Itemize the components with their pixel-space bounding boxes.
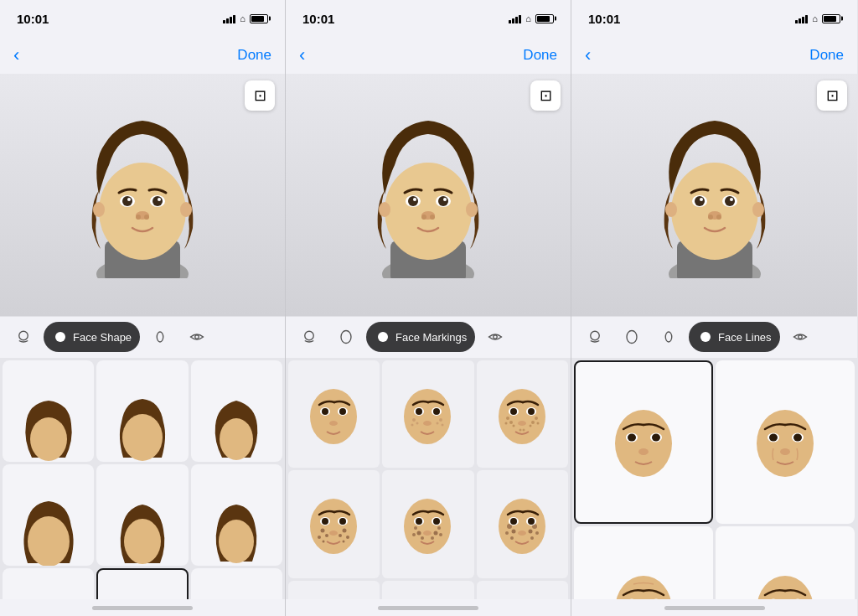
marking-option-5[interactable] <box>382 470 473 578</box>
cat-btn-face-lines-3[interactable]: Face Lines <box>689 322 780 352</box>
marking-option-7[interactable] <box>288 581 380 599</box>
face-shape-option-6[interactable] <box>191 464 282 566</box>
svg-point-155 <box>665 202 677 217</box>
svg-point-44 <box>341 331 351 344</box>
svg-point-71 <box>531 421 535 424</box>
ears-icon-3 <box>660 329 677 345</box>
svg-point-75 <box>522 428 525 431</box>
camera-button-2[interactable]: ⊡ <box>530 80 561 111</box>
svg-point-172 <box>793 434 802 442</box>
marking-option-6[interactable] <box>477 470 568 578</box>
face-shape-option-9[interactable] <box>191 568 282 599</box>
cat-btn-face-shape-1[interactable]: Face Shape <box>44 322 140 352</box>
face-markings-label-2: Face Markings <box>395 331 467 344</box>
face-lines-option-2[interactable] <box>716 360 855 524</box>
back-button-3[interactable]: ‹ <box>585 44 591 66</box>
panel-face-shape: 10:01 ⌂ ‹ Done ⊡ <box>0 0 286 616</box>
svg-point-170 <box>769 434 778 442</box>
cat-btn-face-markings-2[interactable]: Face Markings <box>366 322 475 352</box>
marking-option-1[interactable] <box>288 360 380 468</box>
face-lines-grid-3 <box>571 358 857 600</box>
svg-point-63 <box>433 408 440 415</box>
marking-option-8[interactable] <box>382 581 473 599</box>
svg-point-86 <box>343 529 347 533</box>
marking-option-9[interactable] <box>477 581 568 599</box>
marking-option-3[interactable] <box>477 360 568 468</box>
svg-point-11 <box>136 215 141 220</box>
svg-point-100 <box>437 526 441 530</box>
svg-point-16 <box>55 332 65 342</box>
face-shape-label-1: Face Shape <box>73 331 132 344</box>
svg-point-23 <box>124 519 161 564</box>
svg-point-69 <box>512 424 514 427</box>
cat-btn-head-tilt-3[interactable] <box>578 322 612 352</box>
marking-option-2[interactable] <box>382 360 473 468</box>
svg-point-94 <box>329 531 338 536</box>
back-button-2[interactable]: ‹ <box>299 44 305 66</box>
cat-btn-head-1[interactable] <box>7 322 40 352</box>
face-lines-option-4[interactable] <box>716 526 855 599</box>
svg-point-164 <box>628 434 636 442</box>
face-shape-option-8[interactable] <box>96 568 188 599</box>
cat-btn-ears-3[interactable] <box>652 322 685 352</box>
status-time-2: 10:01 <box>302 12 334 26</box>
status-icons-1: ⌂ <box>223 13 268 23</box>
cat-btn-eyes-1[interactable] <box>180 322 214 352</box>
done-button-1[interactable]: Done <box>237 47 271 64</box>
face-lines-label-3: Face Lines <box>718 331 772 344</box>
svg-point-68 <box>504 422 507 424</box>
svg-point-97 <box>417 531 421 536</box>
face-lines-option-3[interactable] <box>574 526 713 599</box>
cat-btn-ears-1[interactable] <box>143 322 177 352</box>
svg-point-122 <box>518 531 526 536</box>
marking-option-4[interactable] <box>288 470 380 578</box>
svg-point-41 <box>379 202 390 217</box>
svg-point-56 <box>411 423 414 426</box>
svg-point-93 <box>339 518 346 525</box>
options-grid-wrapper-3 <box>571 358 857 600</box>
svg-point-65 <box>499 389 545 444</box>
cat-btn-eyes-2[interactable] <box>478 322 512 352</box>
svg-point-153 <box>708 215 713 220</box>
face-shape-option-1[interactable] <box>3 360 94 462</box>
status-icons-3: ⌂ <box>795 13 840 23</box>
cat-btn-eyes-3[interactable] <box>783 322 817 352</box>
svg-point-55 <box>416 422 419 424</box>
svg-point-19 <box>30 417 67 461</box>
panel-face-lines: 10:01 ⌂ ‹ Done ⊡ <box>571 0 857 616</box>
svg-point-37 <box>443 198 447 201</box>
camera-button-3[interactable]: ⊡ <box>817 80 847 111</box>
svg-point-49 <box>322 408 328 415</box>
face-shape-option-3[interactable] <box>191 360 282 462</box>
battery-icon-1 <box>250 14 268 23</box>
svg-point-161 <box>798 335 802 339</box>
cat-btn-face-oval-2[interactable] <box>329 322 363 352</box>
svg-point-18 <box>195 335 199 339</box>
face-shape-option-5[interactable] <box>96 464 188 566</box>
cat-btn-head-2[interactable] <box>292 322 326 352</box>
wifi-icon-2: ⌂ <box>525 13 531 23</box>
back-button-1[interactable]: ‹ <box>13 44 19 66</box>
svg-point-98 <box>412 533 416 536</box>
camera-button-1[interactable]: ⊡ <box>245 80 275 111</box>
done-button-3[interactable]: Done <box>809 47 844 64</box>
battery-icon-2 <box>535 14 554 23</box>
svg-point-160 <box>700 332 711 342</box>
face-shape-option-2[interactable] <box>96 360 188 462</box>
svg-point-116 <box>535 531 539 535</box>
svg-point-108 <box>423 531 432 536</box>
svg-point-47 <box>310 389 357 444</box>
done-button-2[interactable]: Done <box>523 47 557 64</box>
face-lines-option-1[interactable] <box>574 360 713 524</box>
cat-btn-face-oval-3[interactable] <box>615 322 649 352</box>
svg-point-117 <box>530 536 534 540</box>
svg-point-24 <box>219 520 254 563</box>
wifi-icon-3: ⌂ <box>812 13 818 23</box>
face-shape-option-7[interactable] <box>3 568 94 599</box>
face-shape-option-4[interactable] <box>3 464 94 566</box>
svg-point-121 <box>528 518 535 525</box>
status-bar-1: 10:01 ⌂ <box>0 0 285 37</box>
svg-point-166 <box>652 434 660 442</box>
home-bar-2 <box>378 606 478 610</box>
svg-point-81 <box>310 499 357 554</box>
